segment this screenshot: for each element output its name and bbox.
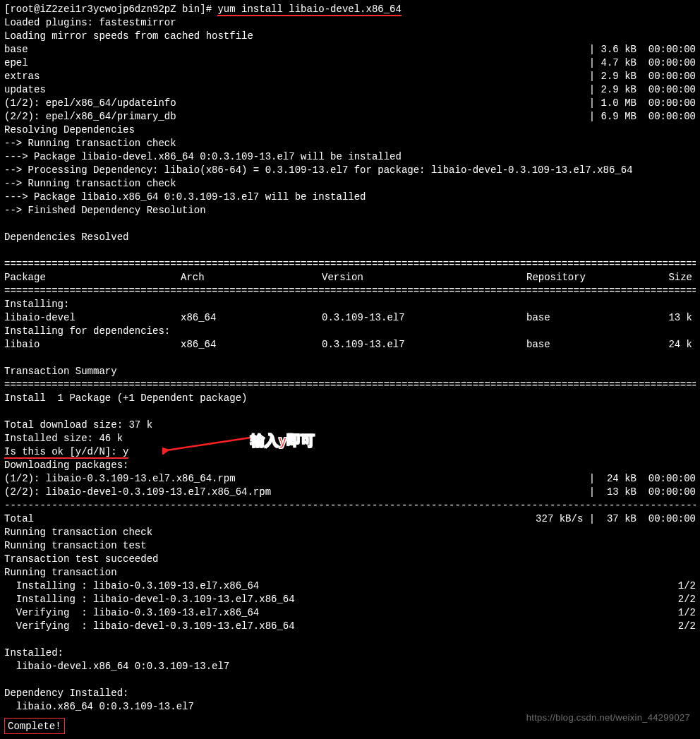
package-row: libaio x86_64 0.3.109-13.el7 base 24 k [4, 338, 696, 352]
col-version: Version [322, 271, 526, 284]
repo-file-row: (1/2): epel/x86_64/updateinfo | 1.0 MB 0… [4, 97, 696, 110]
blank-line [4, 633, 696, 647]
repo-file-label: (1/2): epel/x86_64/updateinfo [4, 97, 176, 110]
output-line: Running transaction [4, 566, 696, 579]
repo-name: extras [4, 70, 40, 83]
output-line: Resolving Dependencies [4, 124, 696, 137]
output-line: Loaded plugins: fastestmirror [4, 16, 696, 30]
col-package: Package [4, 271, 181, 284]
repo-name: epel [4, 56, 28, 70]
installing-label: Installing: [4, 298, 696, 311]
trans-step-row: Installing : libaio-0.3.109-13.el7.x86_6… [4, 579, 696, 593]
repo-row: updates | 2.9 kB 00:00:00 [4, 83, 696, 97]
repo-name: updates [4, 83, 46, 97]
download-row: (2/2): libaio-devel-0.3.109-13.el7.x86_6… [4, 486, 696, 499]
table-header: Package Arch Version Repository Size [4, 271, 696, 284]
output-line: --> Running transaction check [4, 177, 696, 191]
divider-eq: ========================================… [4, 258, 696, 271]
downloading-label: Downloading packages: [4, 459, 696, 472]
transaction-summary-label: Transaction Summary [4, 365, 696, 378]
download-row: (1/2): libaio-0.3.109-13.el7.x86_64.rpm … [4, 472, 696, 486]
col-size: Size [650, 271, 692, 284]
output-line: --> Running transaction check [4, 137, 696, 150]
col-repo: Repository [526, 271, 650, 284]
divider-dash: ----------------------------------------… [4, 499, 696, 512]
trans-step-row: Verifying : libaio-0.3.109-13.el7.x86_64… [4, 606, 696, 620]
dep-installed-pkg: libaio.x86_64 0:0.3.109-13.el7 [4, 700, 696, 714]
install-summary: Install 1 Package (+1 Dependent package) [4, 392, 696, 405]
output-line: Running transaction check [4, 526, 696, 539]
repo-row: base | 3.6 kB 00:00:00 [4, 43, 696, 56]
repo-row: epel | 4.7 kB 00:00:00 [4, 56, 696, 70]
output-line: ---> Package libaio.x86_64 0:0.3.109-13.… [4, 191, 696, 204]
trans-step-row: Installing : libaio-devel-0.3.109-13.el7… [4, 593, 696, 606]
shell-command[interactable]: yum install libaio-devel.x86_64 [217, 4, 401, 16]
confirm-answer[interactable]: y [123, 446, 128, 457]
total-download: Total download size: 37 k [4, 419, 696, 432]
repo-size-time: | 2.9 kB 00:00:00 [589, 83, 696, 97]
output-line: --> Processing Dependency: libaio(x86-64… [4, 164, 696, 177]
col-arch: Arch [181, 271, 322, 284]
repo-size-time: | 3.6 kB 00:00:00 [589, 43, 696, 56]
repo-row: extras | 2.9 kB 00:00:00 [4, 70, 696, 83]
installing-dep-label: Installing for dependencies: [4, 325, 696, 338]
blank-line [4, 405, 696, 419]
complete-text: Complete! [8, 721, 61, 732]
package-row: libaio-devel x86_64 0.3.109-13.el7 base … [4, 311, 696, 325]
repo-file-size-time: | 1.0 MB 00:00:00 [589, 97, 696, 110]
dep-installed-label: Dependency Installed: [4, 687, 696, 700]
installed-size: Installed size: 46 k [4, 432, 696, 445]
output-line: Running transaction test [4, 539, 696, 553]
blank-line [4, 217, 696, 231]
divider-eq: ========================================… [4, 378, 696, 392]
installed-label: Installed: [4, 647, 696, 660]
shell-prompt-line: [root@iZ2zei1r3ycwojp6dzn92pZ bin]# yum … [4, 3, 696, 16]
total-row: Total 327 kB/s | 37 kB 00:00:00 [4, 512, 696, 526]
repo-file-size-time: | 6.9 MB 00:00:00 [589, 110, 696, 124]
blank-line [4, 352, 696, 365]
output-line: Transaction test succeeded [4, 553, 696, 566]
divider-eq: ========================================… [4, 284, 696, 298]
output-line: Loading mirror speeds from cached hostfi… [4, 30, 696, 43]
repo-name: base [4, 43, 28, 56]
installed-pkg: libaio-devel.x86_64 0:0.3.109-13.el7 [4, 660, 696, 673]
repo-file-label: (2/2): epel/x86_64/primary_db [4, 110, 176, 124]
output-line: --> Finished Dependency Resolution [4, 204, 696, 217]
blank-line [4, 673, 696, 687]
complete-box: Complete! [4, 718, 65, 734]
repo-size-time: | 4.7 kB 00:00:00 [589, 56, 696, 70]
trans-step-row: Verifying : libaio-devel-0.3.109-13.el7.… [4, 620, 696, 633]
deps-resolved: Dependencies Resolved [4, 231, 696, 244]
confirm-prompt: Is this ok [y/d/N]: y [4, 446, 128, 459]
repo-size-time: | 2.9 kB 00:00:00 [589, 70, 696, 83]
output-line: ---> Package libaio-devel.x86_64 0:0.3.1… [4, 150, 696, 164]
repo-file-row: (2/2): epel/x86_64/primary_db | 6.9 MB 0… [4, 110, 696, 124]
confirm-prompt-line: Is this ok [y/d/N]: y [4, 445, 696, 459]
shell-prompt: [root@iZ2zei1r3ycwojp6dzn92pZ bin]# [4, 4, 217, 15]
blank-line [4, 244, 696, 258]
